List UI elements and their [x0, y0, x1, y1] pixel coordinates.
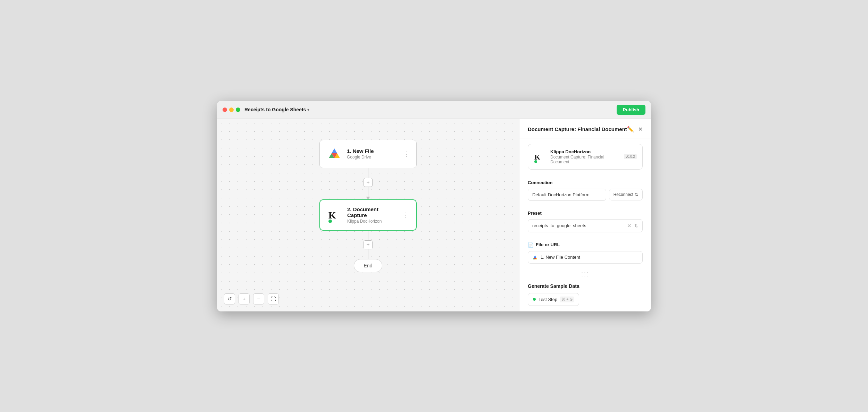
svg-text:K: K	[328, 210, 336, 221]
clear-preset-icon[interactable]: ✕	[627, 223, 632, 229]
node-1-subtitle: Google Drive	[347, 155, 398, 160]
app-title-text: Receipts to Google Sheets	[244, 107, 306, 112]
plugin-desc: Document Capture: Financial Document	[550, 155, 620, 164]
bottom-toolbar: ↺ + − ⛶	[224, 293, 279, 304]
flow-container: 1. New File Google Drive ⋮ +	[319, 140, 417, 272]
gdrive-mini-icon	[532, 255, 538, 260]
add-button[interactable]: +	[239, 293, 250, 304]
reconnect-arrows-icon: ⇅	[635, 192, 638, 197]
node-klippa[interactable]: K 2. Document Capture Klippa DocHorizon …	[319, 199, 417, 231]
node-2-title: 2. Document Capture	[347, 206, 398, 218]
plugin-card: K Klippa DocHorizon Document Capture: Fi…	[528, 144, 643, 170]
node-google-drive[interactable]: 1. New File Google Drive ⋮	[319, 140, 417, 168]
google-drive-icon	[327, 146, 342, 162]
reconnect-label: Reconnect	[614, 192, 633, 197]
connector-line-4	[368, 249, 368, 259]
preset-select[interactable]: receipts_to_google_sheets ✕ ⇅	[528, 219, 643, 232]
connector-line-2	[368, 187, 368, 197]
klippa-icon: K	[327, 207, 342, 223]
edit-icon[interactable]: ✏️	[627, 126, 634, 132]
traffic-lights	[223, 108, 240, 112]
connection-section: Connection Default DocHorizon Platform R…	[519, 175, 651, 206]
reconnect-button[interactable]: Reconnect ⇅	[609, 189, 643, 200]
expand-button[interactable]: ⛶	[268, 293, 279, 304]
publish-button[interactable]: Publish	[617, 105, 645, 115]
node-1-title: 1. New File	[347, 148, 398, 154]
connector-line-3	[368, 231, 368, 240]
refresh-button[interactable]: ↺	[224, 293, 235, 304]
sidebar-header: Document Capture: Financial Document ✏️ …	[519, 119, 651, 138]
sidebar-title: Document Capture: Financial Document	[528, 126, 627, 132]
minimize-button[interactable]	[229, 108, 234, 112]
preset-value: receipts_to_google_sheets	[532, 223, 586, 228]
test-step-label: Test Step	[539, 297, 557, 302]
svg-point-8	[534, 160, 537, 163]
node-1-info: 1. New File Google Drive	[347, 148, 398, 160]
end-node[interactable]: End	[354, 259, 383, 272]
zoom-out-button[interactable]: −	[253, 293, 264, 304]
add-step-button-1[interactable]: +	[364, 178, 373, 187]
fullscreen-button[interactable]	[236, 108, 240, 112]
connection-label: Connection	[528, 180, 643, 185]
app-title[interactable]: Receipts to Google Sheets ▾	[244, 107, 309, 112]
plugin-name: Klippa DocHorizon	[550, 149, 620, 154]
workflow-canvas: 1. New File Google Drive ⋮ +	[217, 119, 519, 311]
test-step-button[interactable]: Test Step ⌘ + G	[528, 293, 579, 306]
version-badge: v0.0.2	[624, 154, 637, 159]
file-url-label-row: 📄 File or URL	[528, 242, 643, 248]
generate-section: Generate Sample Data Test Step ⌘ + G	[519, 281, 651, 311]
drag-handle-dots: ⁚⁚⁚	[519, 268, 651, 281]
file-url-label: File or URL	[536, 242, 560, 247]
connector-line-1	[368, 168, 368, 178]
app-window: Receipts to Google Sheets ▾ Publish	[217, 101, 651, 311]
preset-dropdown-icon[interactable]: ⇅	[634, 223, 638, 228]
svg-text:K: K	[534, 153, 540, 161]
node-2-subtitle: Klippa DocHorizon	[347, 219, 398, 224]
svg-marker-1	[332, 148, 337, 153]
file-url-input[interactable]: 1. New File Content	[528, 251, 643, 264]
connector-arrow-1	[366, 197, 370, 199]
title-bar: Receipts to Google Sheets ▾ Publish	[217, 101, 651, 119]
sidebar-header-icons: ✏️ ✕	[627, 126, 643, 132]
node-2-menu-icon[interactable]: ⋮	[403, 211, 409, 219]
preset-icons: ✕ ⇅	[627, 223, 638, 229]
node-2-info: 2. Document Capture Klippa DocHorizon	[347, 206, 398, 224]
connection-row: Default DocHorizon Platform Reconnect ⇅	[528, 189, 643, 201]
close-button[interactable]	[223, 108, 227, 112]
plugin-logo: K	[534, 151, 546, 163]
preset-label: Preset	[528, 211, 643, 216]
preset-section: Preset receipts_to_google_sheets ✕ ⇅	[519, 206, 651, 237]
shortcut-badge: ⌘ + G	[560, 297, 574, 302]
add-step-button-2[interactable]: +	[364, 240, 373, 249]
plugin-info: Klippa DocHorizon Document Capture: Fina…	[550, 149, 620, 164]
close-icon[interactable]: ✕	[638, 126, 643, 132]
svg-marker-9	[534, 255, 536, 258]
file-icon: 📄	[528, 242, 534, 248]
sidebar-panel: Document Capture: Financial Document ✏️ …	[519, 119, 651, 311]
node-1-menu-icon[interactable]: ⋮	[403, 150, 409, 158]
file-url-section: 📄 File or URL 1. New File Content	[519, 237, 651, 268]
connection-select[interactable]: Default DocHorizon Platform	[528, 189, 606, 201]
file-content-label: 1. New File Content	[541, 255, 580, 260]
title-dropdown-icon: ▾	[307, 108, 309, 112]
generate-title: Generate Sample Data	[528, 283, 643, 289]
main-content: 1. New File Google Drive ⋮ +	[217, 119, 651, 311]
test-dot-icon	[533, 298, 536, 301]
